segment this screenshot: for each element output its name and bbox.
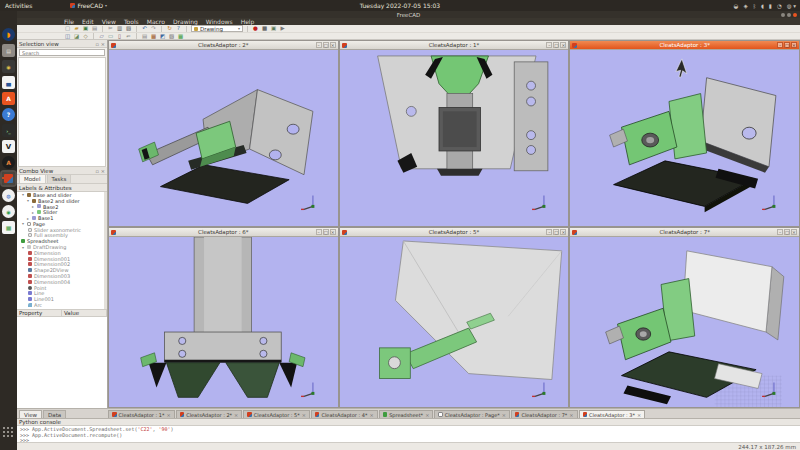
volume-icon[interactable]: ◖: [761, 3, 764, 9]
expander-icon[interactable]: ▸: [31, 204, 35, 209]
3d-view-canvas[interactable]: [109, 237, 338, 408]
close-tab-icon[interactable]: ×: [569, 412, 573, 418]
viewport-titlebar[interactable]: CleatsAdaptor : 1* –▢×: [340, 41, 569, 50]
shield-icon[interactable]: ◈: [743, 3, 747, 9]
window-tab[interactable]: Spreadsheet*×: [379, 410, 434, 418]
close-panel-icon[interactable]: ×: [101, 41, 105, 47]
annotation-icon[interactable]: ◩: [159, 33, 166, 40]
mdi-close-icon[interactable]: ×: [560, 229, 566, 235]
window-titlebar[interactable]: FreeCAD: [17, 11, 800, 18]
minimize-button[interactable]: [781, 13, 785, 17]
new-file-icon[interactable]: ▢: [64, 25, 71, 32]
mdi-maximize-icon[interactable]: ▢: [323, 42, 329, 48]
python-console-header[interactable]: Python console: [17, 419, 800, 426]
selection-view-header[interactable]: Selection view ▫×: [17, 40, 107, 48]
window-tab[interactable]: CleatsAdaptor : 5*×: [243, 410, 310, 418]
clock[interactable]: Tuesday 2022-07-05 15:03: [0, 2, 800, 9]
new-page-icon[interactable]: ▤: [141, 33, 148, 40]
mdi-minimize-icon[interactable]: –: [316, 229, 322, 235]
tab-model[interactable]: Model: [19, 174, 46, 183]
selection-list[interactable]: [18, 57, 106, 167]
right-view-icon[interactable]: ▯: [116, 33, 123, 40]
expander-icon[interactable]: ▸: [31, 210, 35, 215]
mdi-maximize-icon[interactable]: ▢: [553, 229, 559, 235]
axonometric-icon[interactable]: ◇: [82, 33, 89, 40]
dock-item-firefox[interactable]: ◗: [2, 28, 15, 41]
window-tab[interactable]: CleatsAdaptor : 1*×: [108, 410, 175, 418]
draw-style-icon[interactable]: ◪: [73, 33, 80, 40]
menu-windows[interactable]: Windows: [206, 18, 233, 25]
dock-item-ubuntu-software[interactable]: A: [2, 92, 15, 105]
save-icon[interactable]: ▣: [82, 25, 89, 32]
system-tray[interactable]: ◒ ◈ ᛒ ◖ ▮ ◔ ◍ ▾: [734, 0, 796, 11]
mdi-minimize-icon[interactable]: –: [777, 42, 783, 48]
top-view-icon[interactable]: ▭: [107, 33, 114, 40]
mdi-minimize-icon[interactable]: –: [546, 42, 552, 48]
3d-view-canvas[interactable]: [570, 50, 799, 226]
float-panel-icon[interactable]: ▫: [95, 168, 98, 174]
window-tab[interactable]: CleatsAdaptor : 2*×: [176, 410, 243, 418]
menu-file[interactable]: File: [64, 18, 74, 25]
viewport-titlebar[interactable]: CleatsAdaptor : 6* –▢×: [109, 228, 338, 237]
copy-icon[interactable]: ▥: [116, 25, 123, 32]
mdi-minimize-icon[interactable]: –: [546, 229, 552, 235]
menu-edit[interactable]: Edit: [82, 18, 94, 25]
dock-item-blue-app[interactable]: ◍: [2, 189, 15, 202]
dock-item-globe-app[interactable]: ◉: [2, 205, 15, 218]
fit-all-icon[interactable]: ◫: [64, 33, 71, 40]
viewport-titlebar[interactable]: CleatsAdaptor : 5* –▢×: [340, 228, 569, 237]
expander-icon[interactable]: ▾: [21, 192, 25, 197]
menu-macro[interactable]: Macro: [147, 18, 165, 25]
mdi-minimize-icon[interactable]: –: [777, 229, 783, 235]
dock-item-v-app[interactable]: V: [2, 140, 15, 153]
dock-item-help[interactable]: ?: [2, 108, 15, 121]
expander-icon[interactable]: ▾: [26, 198, 30, 203]
dock-item-freecad[interactable]: [2, 172, 15, 185]
viewport-titlebar[interactable]: CleatsAdaptor : 2* –▢×: [109, 41, 338, 50]
workbench-selector[interactable]: Drawing ▾: [191, 25, 243, 32]
3d-view-canvas[interactable]: [570, 237, 799, 408]
macro-play-icon[interactable]: ▶: [279, 25, 286, 32]
window-tab[interactable]: CleatsAdaptor : 4*×: [311, 410, 378, 418]
close-tab-icon[interactable]: ×: [502, 412, 506, 418]
mdi-maximize-icon[interactable]: ▢: [784, 229, 790, 235]
close-tab-icon[interactable]: ×: [302, 412, 306, 418]
tab-tasks[interactable]: Tasks: [47, 174, 72, 183]
power-icon[interactable]: ◍ ▾: [787, 3, 796, 9]
undo-icon[interactable]: ↶: [141, 25, 148, 32]
dock-item-terminal[interactable]: ›_: [2, 124, 15, 137]
close-tab-icon[interactable]: ×: [234, 412, 238, 418]
mdi-maximize-icon[interactable]: ▢: [553, 42, 559, 48]
mdi-minimize-icon[interactable]: –: [316, 42, 322, 48]
bluetooth-icon[interactable]: ᛒ: [753, 3, 756, 9]
mdi-close-icon[interactable]: ×: [791, 42, 797, 48]
macro-record-icon[interactable]: ●: [252, 25, 259, 32]
window-tab[interactable]: CleatsAdaptor : Page*×: [434, 410, 510, 418]
property-editor[interactable]: [17, 317, 107, 409]
expander-icon[interactable]: ▸: [26, 216, 30, 221]
tab-data[interactable]: Data: [43, 410, 66, 418]
3d-view-canvas[interactable]: [340, 50, 569, 226]
mdi-maximize-icon[interactable]: ▢: [784, 42, 790, 48]
mdi-close-icon[interactable]: ×: [330, 42, 336, 48]
menu-view[interactable]: View: [102, 18, 116, 25]
mdi-close-icon[interactable]: ×: [791, 229, 797, 235]
input-source-icon[interactable]: ◒: [734, 3, 739, 9]
maximize-button[interactable]: [787, 13, 791, 17]
app-grid-button[interactable]: [3, 427, 14, 438]
expander-icon[interactable]: ▾: [21, 221, 25, 226]
menu-tools[interactable]: Tools: [124, 18, 139, 25]
redo-icon[interactable]: ↷: [150, 25, 157, 32]
close-tab-icon[interactable]: ×: [637, 412, 641, 418]
spreadsheet-view-icon[interactable]: ▦: [177, 33, 184, 40]
macro-stop-icon[interactable]: ■: [261, 25, 268, 32]
clip-icon[interactable]: ▧: [168, 33, 175, 40]
tree-scrollbar[interactable]: [104, 192, 107, 309]
cut-icon[interactable]: ✂: [107, 25, 114, 32]
battery-icon[interactable]: ▮: [769, 3, 772, 9]
tree-item[interactable]: Arc: [17, 302, 107, 308]
open-file-icon[interactable]: ▰: [73, 25, 80, 32]
close-tab-icon[interactable]: ×: [425, 412, 429, 418]
front-view-icon[interactable]: ▱: [98, 33, 105, 40]
search-input[interactable]: [19, 49, 105, 56]
